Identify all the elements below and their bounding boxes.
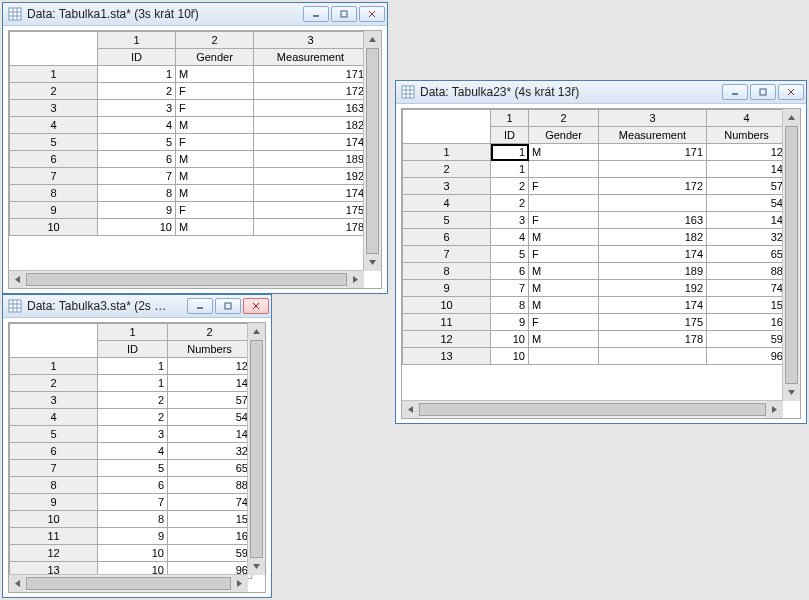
scroll-right-icon[interactable] <box>347 271 364 288</box>
cell[interactable]: 6 <box>98 151 176 168</box>
cell[interactable]: 189 <box>254 151 368 168</box>
row-header[interactable]: 5 <box>10 134 98 151</box>
cell[interactable]: 1 <box>98 358 168 375</box>
col-label[interactable]: ID <box>98 341 168 358</box>
close-button[interactable] <box>359 6 385 22</box>
cell[interactable]: M <box>529 263 599 280</box>
table-row[interactable]: 97M19274 <box>403 280 787 297</box>
row-header[interactable]: 12 <box>403 331 491 348</box>
scroll-right-icon[interactable] <box>766 401 783 418</box>
table-row[interactable]: 33F163 <box>10 100 368 117</box>
row-header[interactable]: 4 <box>403 195 491 212</box>
cell[interactable]: 1 <box>98 66 176 83</box>
row-header[interactable]: 10 <box>10 511 98 528</box>
table-row[interactable]: 75F17465 <box>403 246 787 263</box>
vertical-scrollbar[interactable] <box>363 31 381 271</box>
cell[interactable]: M <box>529 229 599 246</box>
cell[interactable]: M <box>176 185 254 202</box>
table-row[interactable]: 55F174 <box>10 134 368 151</box>
cell[interactable]: 3 <box>98 100 176 117</box>
col-header[interactable]: 4 <box>707 110 787 127</box>
maximize-button[interactable] <box>215 298 241 314</box>
row-header[interactable]: 1 <box>403 144 491 161</box>
cell[interactable]: 178 <box>599 331 707 348</box>
cell[interactable]: 59 <box>168 545 252 562</box>
row-header[interactable]: 6 <box>403 229 491 246</box>
row-header[interactable]: 3 <box>10 392 98 409</box>
horizontal-scrollbar[interactable] <box>9 574 248 592</box>
cell[interactable]: 5 <box>491 246 529 263</box>
col-header[interactable]: 3 <box>254 32 368 49</box>
cell[interactable]: 2 <box>491 195 529 212</box>
cell[interactable]: 88 <box>707 263 787 280</box>
row-header[interactable]: 7 <box>403 246 491 263</box>
minimize-button[interactable] <box>722 84 748 100</box>
table-row[interactable]: 32F17257 <box>403 178 787 195</box>
cell[interactable]: M <box>176 151 254 168</box>
scroll-down-icon[interactable] <box>248 558 265 575</box>
cell[interactable]: M <box>176 219 254 236</box>
table-row[interactable]: 77M192 <box>10 168 368 185</box>
row-header[interactable]: 1 <box>10 358 98 375</box>
table-row[interactable]: 119F17516 <box>403 314 787 331</box>
row-header[interactable]: 4 <box>10 117 98 134</box>
cell[interactable]: 32 <box>707 229 787 246</box>
row-header[interactable]: 6 <box>10 443 98 460</box>
cell[interactable]: 14 <box>168 426 252 443</box>
cell[interactable]: 2 <box>491 178 529 195</box>
grid-corner[interactable] <box>403 110 491 144</box>
cell[interactable]: 74 <box>168 494 252 511</box>
table-row[interactable]: 11M17112 <box>403 144 787 161</box>
window-tabulka3[interactable]: Data: Tabulka3.sta* (2s … 1 2 ID Numbers… <box>2 294 272 598</box>
cell[interactable]: 9 <box>491 314 529 331</box>
cell[interactable]: 7 <box>491 280 529 297</box>
close-button[interactable] <box>778 84 804 100</box>
scroll-left-icon[interactable] <box>402 401 419 418</box>
cell[interactable]: 3 <box>98 426 168 443</box>
cell[interactable]: 10 <box>98 219 176 236</box>
cell[interactable]: F <box>176 100 254 117</box>
cell[interactable]: M <box>529 297 599 314</box>
cell[interactable] <box>599 195 707 212</box>
col-header[interactable]: 2 <box>176 32 254 49</box>
cell[interactable]: 6 <box>491 263 529 280</box>
window-tabulka1[interactable]: Data: Tabulka1.sta* (3s krát 10ř) 1 2 3 … <box>2 2 388 294</box>
row-header[interactable]: 2 <box>403 161 491 178</box>
scroll-down-icon[interactable] <box>783 384 800 401</box>
cell[interactable]: 5 <box>98 460 168 477</box>
table-row[interactable]: 4254 <box>10 409 252 426</box>
cell[interactable]: 171 <box>599 144 707 161</box>
vertical-scrollbar[interactable] <box>782 109 800 401</box>
cell[interactable]: 189 <box>599 263 707 280</box>
cell[interactable]: 32 <box>168 443 252 460</box>
cell[interactable]: 182 <box>599 229 707 246</box>
cell[interactable]: 2 <box>98 409 168 426</box>
cell[interactable]: 1 <box>491 161 529 178</box>
row-header[interactable]: 5 <box>403 212 491 229</box>
cell[interactable]: 15 <box>707 297 787 314</box>
row-header[interactable]: 3 <box>403 178 491 195</box>
cell[interactable]: 88 <box>168 477 252 494</box>
cell[interactable]: 12 <box>707 144 787 161</box>
cell[interactable]: 14 <box>707 212 787 229</box>
cell[interactable]: M <box>529 331 599 348</box>
table-row[interactable]: 5314 <box>10 426 252 443</box>
vertical-scrollbar[interactable] <box>247 323 265 575</box>
cell[interactable]: 175 <box>599 314 707 331</box>
cell[interactable]: F <box>529 246 599 263</box>
scroll-thumb[interactable] <box>250 340 263 558</box>
row-header[interactable]: 3 <box>10 100 98 117</box>
col-label[interactable]: Numbers <box>168 341 252 358</box>
table-row[interactable]: 53F16314 <box>403 212 787 229</box>
cell[interactable]: 10 <box>491 348 529 365</box>
data-grid[interactable]: 1 2 3 ID Gender Measurement 11M17122F172… <box>8 30 382 289</box>
cell[interactable]: 3 <box>491 212 529 229</box>
cell[interactable] <box>529 195 599 212</box>
scroll-left-icon[interactable] <box>9 575 26 592</box>
table-row[interactable]: 66M189 <box>10 151 368 168</box>
table-row[interactable]: 11916 <box>10 528 252 545</box>
cell[interactable] <box>599 348 707 365</box>
table-row[interactable]: 6432 <box>10 443 252 460</box>
col-header[interactable]: 2 <box>529 110 599 127</box>
horizontal-scrollbar[interactable] <box>402 400 783 418</box>
